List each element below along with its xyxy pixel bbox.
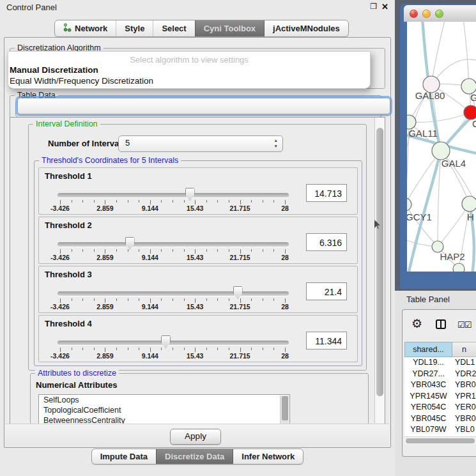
slider-tick — [116, 298, 117, 301]
number-of-intervals-combobox[interactable]: 5 ▲▼ — [118, 135, 283, 152]
slider-tick — [273, 298, 274, 301]
table-row[interactable]: YPR145WYPR1 — [404, 391, 476, 403]
tab-label: Discretize Data — [165, 452, 224, 461]
network-node[interactable] — [453, 263, 464, 272]
interval-definition-group-title: Interval Definition — [33, 119, 100, 128]
tab-select[interactable]: Select — [153, 20, 194, 36]
threshold-value-field[interactable]: 21.4 — [306, 282, 347, 300]
slider-tick — [150, 249, 151, 254]
network-node[interactable] — [464, 105, 476, 119]
network-edge[interactable] — [407, 204, 438, 247]
table-cell: YBR0 — [452, 413, 476, 425]
slider-thumb[interactable] — [185, 188, 195, 201]
tab-jactivemnodules[interactable]: jActiveMNodules — [264, 20, 348, 36]
tab-network[interactable]: Network — [55, 20, 116, 36]
threshold-label: Threshold 2 — [45, 220, 92, 230]
threshold-label: Threshold 1 — [45, 171, 92, 181]
threshold-value-field[interactable]: 11.344 — [306, 332, 347, 349]
attribute-list-item[interactable]: TopologicalCoefficient — [39, 405, 289, 415]
table-row[interactable]: YBL079WYBL0 — [404, 424, 476, 436]
network-node-label: GAL11 — [408, 128, 438, 139]
tick-label: 21.715 — [224, 254, 257, 261]
columns-icon[interactable] — [436, 319, 446, 329]
threshold-panel: Threshold 1-3.4262.8599.14415.4321.71528… — [38, 167, 358, 215]
network-node[interactable] — [462, 196, 476, 211]
network-node[interactable] — [432, 142, 450, 160]
slider-tick — [195, 348, 196, 352]
mac-minimize-icon[interactable] — [422, 10, 431, 18]
table-horizontal-scrollbar[interactable] — [404, 436, 476, 444]
network-node-label: H — [467, 211, 474, 222]
gear-icon[interactable]: ⚙ — [411, 318, 422, 330]
select-columns-checkboxes-icon[interactable]: ☑☑ — [457, 320, 471, 330]
slider-tick — [72, 249, 72, 252]
scrollbar-thumb[interactable] — [282, 396, 288, 420]
table-row[interactable]: YER054CYER0 — [404, 402, 476, 413]
slider-tick — [229, 298, 229, 301]
network-edge[interactable] — [409, 112, 471, 122]
slider-track[interactable] — [58, 242, 289, 247]
node-table[interactable]: shared...n YDL19...YDL1YDR27...YDR2YBR04… — [404, 342, 476, 436]
tab-impute-data[interactable]: Impute Data — [92, 449, 156, 464]
tab-discretize-data[interactable]: Discretize Data — [156, 449, 233, 464]
slider-tick — [184, 249, 185, 252]
tick-label: -3.426 — [43, 204, 77, 212]
apply-button[interactable]: Apply — [170, 429, 221, 445]
network-edge[interactable] — [431, 22, 445, 84]
slider-tick — [184, 298, 185, 301]
slider-tick — [72, 298, 72, 301]
algorithm-option[interactable]: Equal Width/Frequency Discretization — [8, 75, 370, 86]
tab-infer-network[interactable]: Infer Network — [233, 449, 303, 464]
slider-thumb[interactable] — [125, 237, 135, 250]
table-row[interactable]: YBR045CYBR0 — [404, 413, 476, 425]
slider-tick — [161, 200, 162, 203]
slider-tick — [251, 298, 252, 301]
network-canvas[interactable]: GAL80GACGAL11GAL4GCY1HHAP2 — [407, 22, 476, 272]
scrollbar-thumb[interactable] — [406, 438, 475, 443]
control-panel-window: Control Panel ❐ ✕ NetworkStyleSelectCyni… — [0, 0, 395, 476]
tab-label: Cyni Toolbox — [204, 24, 256, 33]
slider-tick — [195, 200, 196, 204]
numerical-attributes-list[interactable]: SelfLoopsTopologicalCoefficientBetweenne… — [38, 394, 290, 425]
slider-track[interactable] — [58, 291, 289, 296]
tab-cyni-toolbox[interactable]: Cyni Toolbox — [195, 20, 264, 36]
slider-tick — [105, 249, 105, 254]
threshold-value-field[interactable]: 6.316 — [306, 233, 347, 251]
float-window-icon[interactable]: ❐ — [370, 2, 377, 11]
slider-tick — [285, 298, 286, 303]
network-edge[interactable] — [463, 22, 469, 86]
slider-track[interactable] — [58, 341, 289, 345]
settings-vertical-scrollbar[interactable] — [374, 118, 385, 423]
slider-track[interactable] — [58, 193, 289, 197]
slider-thumb[interactable] — [233, 286, 243, 299]
table-cell: YPR1 — [452, 391, 476, 403]
table-row[interactable]: YDL19...YDL1 — [404, 357, 476, 369]
table-row[interactable]: YDR27...YDR2 — [404, 369, 476, 380]
numerical-attributes-label: Numerical Attributes — [36, 380, 117, 390]
attribute-list-item[interactable]: SelfLoops — [39, 395, 289, 405]
mac-zoom-icon[interactable] — [435, 10, 443, 18]
algorithm-combobox[interactable] — [17, 98, 390, 114]
slider-thumb[interactable] — [161, 335, 171, 348]
slider-tick — [128, 249, 128, 252]
algorithm-option[interactable]: Manual Discretization — [8, 65, 370, 75]
close-window-icon[interactable]: ✕ — [381, 2, 388, 12]
slider-tick — [72, 200, 72, 203]
slider-tick — [94, 200, 95, 203]
network-edge[interactable] — [407, 151, 441, 204]
tick-label: 28 — [268, 254, 302, 261]
algorithm-placeholder-item[interactable]: Select algorithm to view settings — [8, 52, 370, 65]
scrollbar-thumb[interactable] — [376, 128, 383, 396]
slider-tick — [94, 348, 95, 350]
table-column-header[interactable]: n — [452, 342, 476, 357]
attributes-list-scrollbar[interactable] — [280, 395, 289, 424]
table-row[interactable]: YBR043CYBR0 — [404, 380, 476, 391]
threshold-value-field[interactable]: 14.713 — [306, 184, 347, 202]
network-node[interactable] — [407, 198, 411, 211]
tab-style[interactable]: Style — [116, 20, 153, 36]
table-cell: YBL079W — [404, 424, 452, 436]
slider-tick — [195, 249, 196, 254]
table-column-header[interactable]: shared... — [404, 342, 452, 357]
mac-close-icon[interactable] — [410, 10, 418, 18]
slider-tick — [105, 298, 105, 303]
